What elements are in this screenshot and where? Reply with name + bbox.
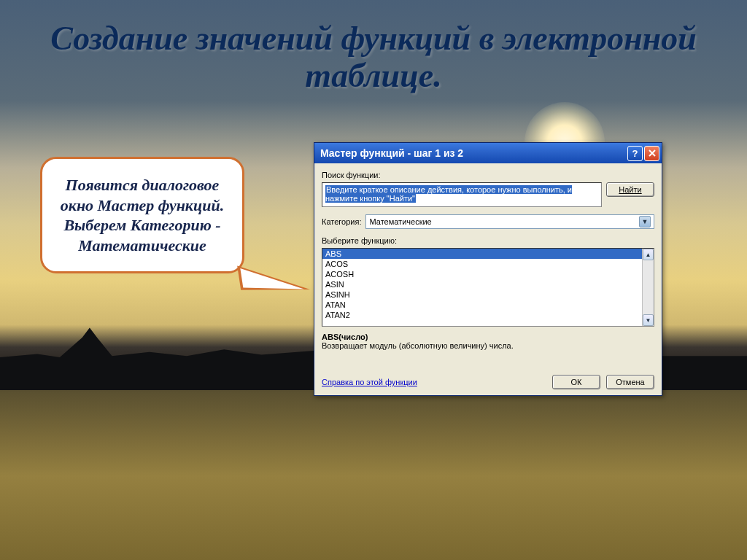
category-label: Категория:	[322, 217, 361, 226]
find-button[interactable]: Найти	[606, 182, 654, 197]
function-desc-text: Возвращает модуль (абсолютную величину) …	[322, 341, 514, 350]
dialog-titlebar[interactable]: Мастер функций - шаг 1 из 2 ?	[314, 143, 662, 163]
list-item[interactable]: ABS	[322, 249, 642, 259]
speech-bubble-tail	[231, 266, 310, 311]
search-input[interactable]: Введите краткое описание действия, котор…	[322, 182, 602, 207]
list-item[interactable]: ATAN	[322, 300, 642, 310]
list-item[interactable]: ACOS	[322, 259, 642, 269]
list-item[interactable]: ACOSH	[322, 269, 642, 279]
scroll-down-icon[interactable]: ▼	[643, 314, 654, 326]
ok-button[interactable]: ОК	[552, 375, 600, 389]
slide-title: Создание значений функций в электронной …	[0, 20, 747, 94]
category-value: Математические	[369, 217, 431, 226]
function-wizard-dialog: Мастер функций - шаг 1 из 2 ? Поиск функ…	[314, 142, 662, 396]
list-item[interactable]: ATAN2	[322, 310, 642, 320]
scroll-up-icon[interactable]: ▲	[643, 249, 654, 260]
help-link[interactable]: Справка по этой функции	[322, 378, 417, 386]
chevron-down-icon: ▼	[639, 216, 651, 228]
close-button[interactable]	[644, 146, 659, 161]
close-icon	[649, 149, 656, 157]
function-description: ABS(число) Возвращает модуль (абсолютную…	[322, 332, 654, 365]
help-button[interactable]: ?	[627, 146, 643, 161]
function-listbox[interactable]: ABSACOSACOSHASINASINHATANATAN2 ▲ ▼	[322, 248, 654, 327]
search-label: Поиск функции:	[322, 171, 654, 179]
list-item[interactable]: ASINH	[322, 289, 642, 300]
list-item[interactable]: ASIN	[322, 279, 642, 289]
bubble-text: Появится диалоговое окно Мастер функций.…	[61, 176, 224, 254]
category-select[interactable]: Математические ▼	[365, 214, 654, 229]
dialog-title: Мастер функций - шаг 1 из 2	[320, 147, 463, 159]
function-signature: ABS(число)	[322, 332, 368, 341]
search-text-selected: Введите краткое описание действия, котор…	[325, 185, 572, 203]
select-function-label: Выберите функцию:	[322, 236, 654, 245]
scrollbar[interactable]: ▲ ▼	[642, 249, 654, 326]
speech-bubble: Появится диалоговое окно Мастер функций.…	[40, 157, 244, 273]
cancel-button[interactable]: Отмена	[606, 375, 654, 389]
